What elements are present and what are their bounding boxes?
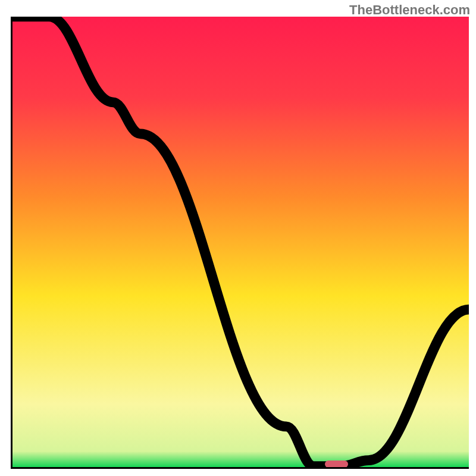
bottleneck-curve — [12, 17, 469, 466]
watermark-text: TheBottleneck.com — [349, 2, 470, 18]
curve-layer — [12, 17, 469, 467]
plot-area — [11, 17, 469, 469]
optimal-marker — [325, 461, 347, 468]
chart-frame: TheBottleneck.com — [0, 0, 476, 476]
